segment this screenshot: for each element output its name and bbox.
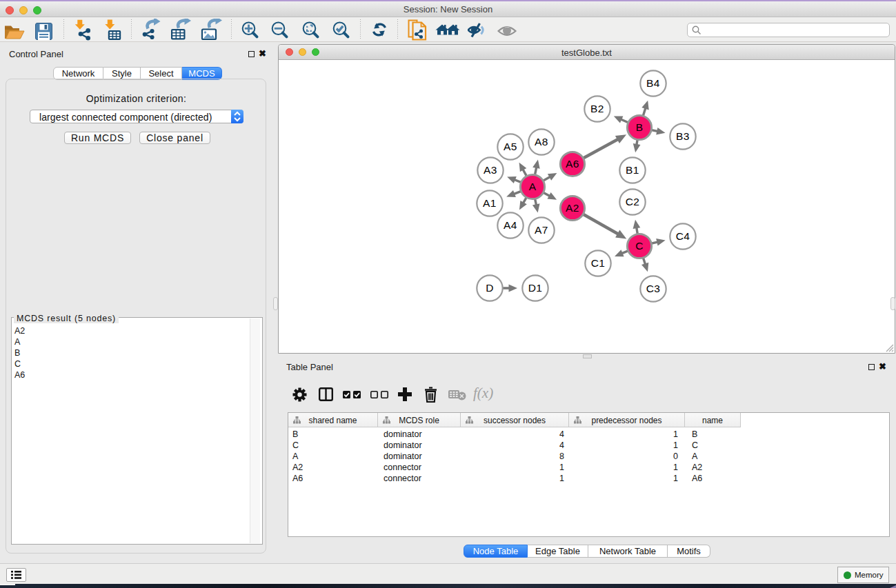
svg-text:C1: C1: [591, 257, 606, 269]
svg-text:B1: B1: [626, 164, 639, 176]
svg-text:C3: C3: [646, 283, 661, 294]
svg-text:A: A: [529, 181, 537, 192]
svg-text:B: B: [636, 121, 644, 133]
svg-text:B4: B4: [646, 77, 660, 89]
svg-text:C4: C4: [676, 230, 690, 242]
svg-text:A1: A1: [483, 197, 497, 209]
svg-text:A7: A7: [535, 224, 548, 236]
svg-text:A3: A3: [484, 164, 497, 176]
svg-text:A5: A5: [504, 141, 517, 152]
svg-text:A4: A4: [504, 219, 517, 231]
svg-text:A2: A2: [566, 202, 579, 214]
svg-text:C: C: [635, 240, 644, 252]
svg-text:D1: D1: [528, 282, 543, 294]
svg-text:A6: A6: [566, 158, 579, 170]
svg-text:B3: B3: [676, 130, 690, 142]
svg-text:A8: A8: [535, 136, 548, 148]
svg-text:C2: C2: [626, 196, 640, 207]
svg-text:D: D: [486, 282, 494, 294]
svg-text:B2: B2: [590, 103, 604, 114]
